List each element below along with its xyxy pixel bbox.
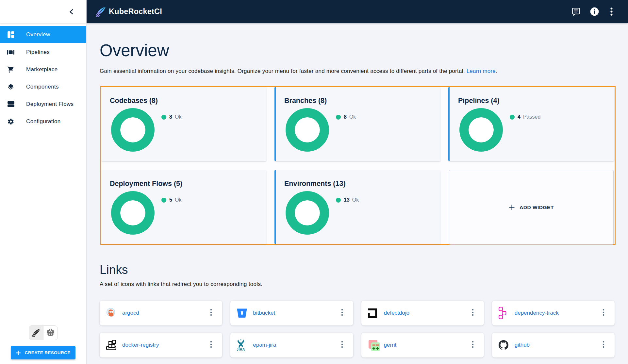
svg-text:JIRA: JIRA	[237, 347, 245, 351]
